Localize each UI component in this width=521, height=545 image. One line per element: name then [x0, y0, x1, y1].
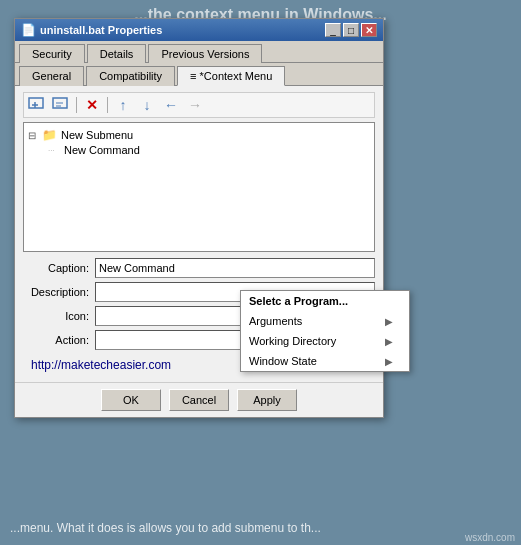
caption-row: Caption: [23, 258, 375, 278]
watermark: wsxdn.com [465, 532, 515, 543]
move-left-button[interactable]: ← [160, 95, 182, 115]
folder-icon: 📁 [42, 128, 57, 142]
title-bar-text: 📄 uninstall.bat Properties [21, 23, 162, 37]
arrow-icon: ▶ [385, 336, 393, 347]
tab-context-menu[interactable]: ≡ *Context Menu [177, 66, 285, 86]
move-right-button[interactable]: → [184, 95, 206, 115]
move-up-button[interactable]: ↑ [112, 95, 134, 115]
ctx-item-window-state[interactable]: Window State ▶ [241, 351, 409, 371]
dialog-icon: 📄 [21, 23, 36, 37]
move-down-button[interactable]: ↓ [136, 95, 158, 115]
background-bottom-text: ...menu. What it does is allows you to a… [0, 517, 521, 539]
tab-compatibility[interactable]: Compatibility [86, 66, 175, 86]
tab-row-2: General Compatibility ≡ *Context Menu [15, 63, 383, 86]
title-bar: 📄 uninstall.bat Properties _ □ ✕ [15, 19, 383, 41]
add-command-button[interactable] [50, 95, 72, 115]
dialog-buttons: OK Cancel Apply [15, 382, 383, 417]
tab-security[interactable]: Security [19, 44, 85, 63]
close-button[interactable]: ✕ [361, 23, 377, 37]
leaf-icon: ··· [48, 146, 58, 155]
action-label: Action: [23, 334, 95, 346]
tree-item-submenu[interactable]: ⊟ 📁 New Submenu [28, 127, 370, 143]
arrow-icon: ▶ [385, 356, 393, 367]
tab-previous-versions[interactable]: Previous Versions [148, 44, 262, 63]
expand-icon: ⊟ [28, 130, 38, 141]
arrow-icon: ▶ [385, 316, 393, 327]
apply-button[interactable]: Apply [237, 389, 297, 411]
tree-item-command[interactable]: ··· New Command [48, 143, 370, 157]
maximize-button[interactable]: □ [343, 23, 359, 37]
tab-details[interactable]: Details [87, 44, 147, 63]
delete-button[interactable]: ✕ [81, 95, 103, 115]
tab-row-1: Security Details Previous Versions [15, 41, 383, 63]
ctx-item-working-directory[interactable]: Working Directory ▶ [241, 331, 409, 351]
icon-label: Icon: [23, 310, 95, 322]
toolbar-separator-2 [107, 97, 108, 113]
cancel-button[interactable]: Cancel [169, 389, 229, 411]
ctx-item-arguments[interactable]: Arguments ▶ [241, 311, 409, 331]
ok-button[interactable]: OK [101, 389, 161, 411]
tree-view[interactable]: ⊟ 📁 New Submenu ··· New Command [23, 122, 375, 252]
minimize-button[interactable]: _ [325, 23, 341, 37]
tab-general[interactable]: General [19, 66, 84, 86]
context-menu: Seletc a Program... Arguments ▶ Working … [240, 290, 410, 372]
toolbar-separator-1 [76, 97, 77, 113]
svg-rect-0 [29, 98, 43, 108]
toolbar: ✕ ↑ ↓ ← → [23, 92, 375, 118]
title-controls: _ □ ✕ [325, 23, 377, 37]
ctx-item-select-program[interactable]: Seletc a Program... [241, 291, 409, 311]
add-submenu-button[interactable] [26, 95, 48, 115]
caption-input[interactable] [95, 258, 375, 278]
caption-label: Caption: [23, 262, 95, 274]
description-label: Description: [23, 286, 95, 298]
